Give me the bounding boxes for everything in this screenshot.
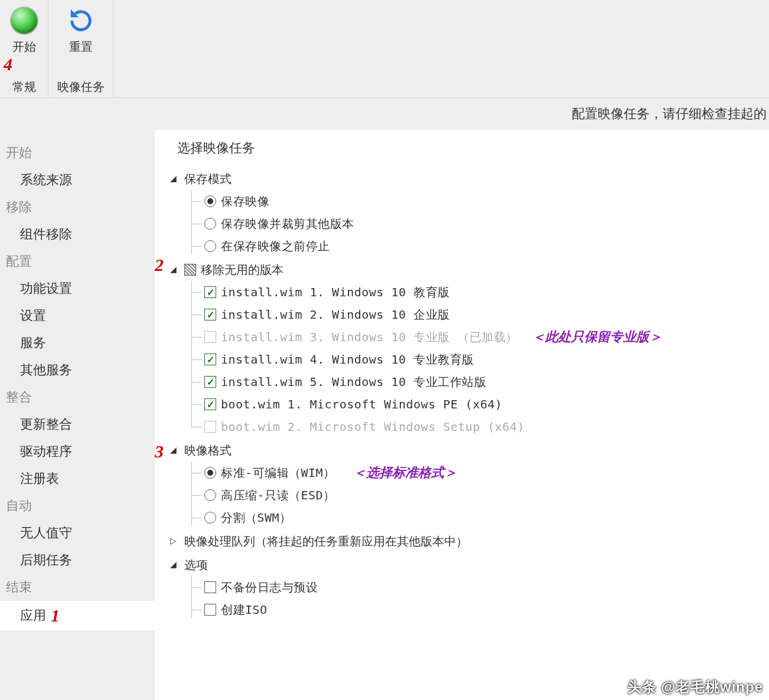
main-title: 选择映像任务 <box>177 139 765 157</box>
checkbox-icon <box>204 354 216 365</box>
remove-editions-label: 移除无用的版本 <box>201 262 284 278</box>
edition-label: install.wim 5. Windows 10 专业工作站版 <box>221 374 486 390</box>
checkbox-icon <box>204 331 216 343</box>
sidebar-head-remove: 移除 <box>0 194 155 221</box>
radio-format-swm[interactable]: 分割（SWM） <box>170 506 765 529</box>
radio-format-wim[interactable]: 标准-可编辑（WIM） ＜选择标准格式＞ <box>170 462 765 484</box>
sidebar-item-post-tasks[interactable]: 后期任务 <box>0 547 155 574</box>
format-label: 分割（SWM） <box>221 510 292 526</box>
option-label: 创建ISO <box>221 602 268 618</box>
expander-icon: ◢ <box>170 446 180 455</box>
edition-label: boot.wim 1. Microsoft Windows PE (x64) <box>221 397 503 411</box>
annotation-keep-pro: ＜此处只保留专业版＞ <box>532 328 662 346</box>
sidebar-item-drivers[interactable]: 驱动程序 <box>0 438 155 465</box>
toolbar-group-general: 开始 4 常规 <box>0 0 48 97</box>
sidebar-head-config: 配置 <box>0 248 155 275</box>
radio-icon <box>204 489 216 501</box>
expander-icon: ◢ <box>170 265 180 274</box>
sidebar-item-system-source[interactable]: 系统来源 <box>0 166 155 194</box>
sidebar-item-unattended[interactable]: 无人值守 <box>0 519 155 547</box>
radio-icon <box>204 512 216 524</box>
start-label: 开始 <box>12 39 36 55</box>
annotation-marker-2: 2 <box>155 255 164 275</box>
toolbar-group-image-tasks: 重置 映像任务 <box>48 0 113 97</box>
radio-label: 保存映像并裁剪其他版本 <box>221 216 354 232</box>
reset-label: 重置 <box>69 39 93 55</box>
sidebar-item-apply-label: 应用 <box>20 607 46 624</box>
check-edition-ent[interactable]: install.wim 2. Windows 10 企业版 <box>170 303 765 326</box>
sidebar-item-component-removal[interactable]: 组件移除 <box>0 221 155 248</box>
watermark: 头条 @老毛桃winpe <box>627 678 763 696</box>
annotation-marker-3: 3 <box>155 441 164 462</box>
sidebar-item-registry[interactable]: 注册表 <box>0 465 155 492</box>
check-edition-pro-edu[interactable]: install.wim 4. Windows 10 专业教育版 <box>170 348 765 371</box>
main-panel: 选择映像任务 ◢ 保存模式 保存映像 保存映像并裁剪其他版本 <box>155 130 769 700</box>
queue-label: 映像处理队列（将挂起的任务重新应用在其他版本中） <box>184 534 468 549</box>
node-remove-editions[interactable]: ◢ 移除无用的版本 <box>170 259 765 281</box>
task-tree: ◢ 保存模式 保存映像 保存映像并裁剪其他版本 在保存映 <box>170 168 765 621</box>
edition-label: boot.wim 2. Microsoft Windows Setup (x64… <box>221 420 524 434</box>
expander-collapsed-icon: ▷ <box>170 537 180 546</box>
radio-stop-before-save[interactable]: 在保存映像之前停止 <box>170 235 765 257</box>
radio-label: 在保存映像之前停止 <box>221 238 330 254</box>
hint-text: 配置映像任务，请仔细检查挂起的 <box>572 105 767 123</box>
checkbox-icon <box>204 604 216 616</box>
node-queue[interactable]: ▷ 映像处理队列（将挂起的任务重新应用在其他版本中） <box>170 530 765 552</box>
checkbox-icon <box>204 309 216 320</box>
check-edition-pro-ws[interactable]: install.wim 5. Windows 10 专业工作站版 <box>170 371 765 393</box>
radio-icon <box>204 195 216 207</box>
edition-label: install.wim 4. Windows 10 专业教育版 <box>221 352 474 368</box>
start-button[interactable]: 开始 <box>9 6 39 57</box>
annotation-choose-standard: ＜选择标准格式＞ <box>353 464 457 482</box>
radio-save-image[interactable]: 保存映像 <box>170 190 765 212</box>
save-mode-label: 保存模式 <box>184 171 232 187</box>
sidebar-head-auto: 自动 <box>0 492 155 519</box>
sidebar-head-finish: 结束 <box>0 574 155 601</box>
check-boot-pe[interactable]: boot.wim 1. Microsoft Windows PE (x64) <box>170 393 765 416</box>
radio-icon <box>204 218 216 230</box>
check-edition-edu[interactable]: install.wim 1. Windows 10 教育版 <box>170 281 765 303</box>
hint-bar: 配置映像任务，请仔细检查挂起的 <box>0 98 769 130</box>
radio-format-esd[interactable]: 高压缩-只读（ESD） <box>170 484 765 506</box>
toolbar: 开始 4 常规 重置 映像任务 <box>0 0 769 98</box>
annotation-marker-1: 1 <box>51 606 60 626</box>
sidebar-head-integrate: 整合 <box>0 384 155 411</box>
sidebar-item-updates[interactable]: 更新整合 <box>0 411 155 438</box>
workspace: 开始 系统来源 移除 组件移除 配置 功能设置 设置 服务 其他服务 整合 更新… <box>0 130 769 700</box>
check-edition-pro-loaded: install.wim 3. Windows 10 专业版 （已加载） ＜此处只… <box>170 326 765 348</box>
reset-icon <box>66 6 96 35</box>
tri-checkbox-icon <box>184 264 196 276</box>
expander-icon: ◢ <box>170 174 180 184</box>
check-boot-setup: boot.wim 2. Microsoft Windows Setup (x64… <box>170 416 765 438</box>
edition-label: install.wim 3. Windows 10 专业版 （已加载） <box>221 329 518 345</box>
expander-icon: ◢ <box>170 560 180 570</box>
radio-icon <box>204 467 216 479</box>
annotation-marker-4: 4 <box>4 54 12 74</box>
reset-button[interactable]: 重置 <box>66 6 96 57</box>
sidebar-item-other-services[interactable]: 其他服务 <box>0 356 155 384</box>
radio-save-trim[interactable]: 保存映像并裁剪其他版本 <box>170 212 765 235</box>
check-create-iso[interactable]: 创建ISO <box>170 598 765 621</box>
sidebar-head-start: 开始 <box>0 139 155 166</box>
node-options[interactable]: ◢ 选项 <box>170 554 765 576</box>
checkbox-icon <box>204 398 216 410</box>
checkbox-icon <box>204 286 216 298</box>
sidebar-item-services[interactable]: 服务 <box>0 329 155 356</box>
radio-label: 保存映像 <box>221 194 269 210</box>
checkbox-icon <box>204 376 216 388</box>
checkbox-icon <box>204 421 216 433</box>
node-image-format[interactable]: ◢ 映像格式 <box>170 439 765 462</box>
checkbox-icon <box>204 581 216 593</box>
check-no-backup-log[interactable]: 不备份日志与预设 <box>170 576 765 598</box>
sidebar-item-features[interactable]: 功能设置 <box>0 275 155 302</box>
sidebar-item-apply[interactable]: 应用 1 <box>0 601 155 630</box>
image-format-label: 映像格式 <box>184 443 232 459</box>
format-label: 高压缩-只读（ESD） <box>221 488 335 503</box>
node-save-mode[interactable]: ◢ 保存模式 <box>170 168 765 190</box>
sidebar-item-settings[interactable]: 设置 <box>0 302 155 329</box>
toolbar-group-general-label: 常规 <box>12 72 36 95</box>
sidebar: 开始 系统来源 移除 组件移除 配置 功能设置 设置 服务 其他服务 整合 更新… <box>0 130 155 700</box>
edition-label: install.wim 2. Windows 10 企业版 <box>221 307 450 323</box>
toolbar-group-image-tasks-label: 映像任务 <box>57 72 105 95</box>
format-label: 标准-可编辑（WIM） <box>221 465 335 481</box>
